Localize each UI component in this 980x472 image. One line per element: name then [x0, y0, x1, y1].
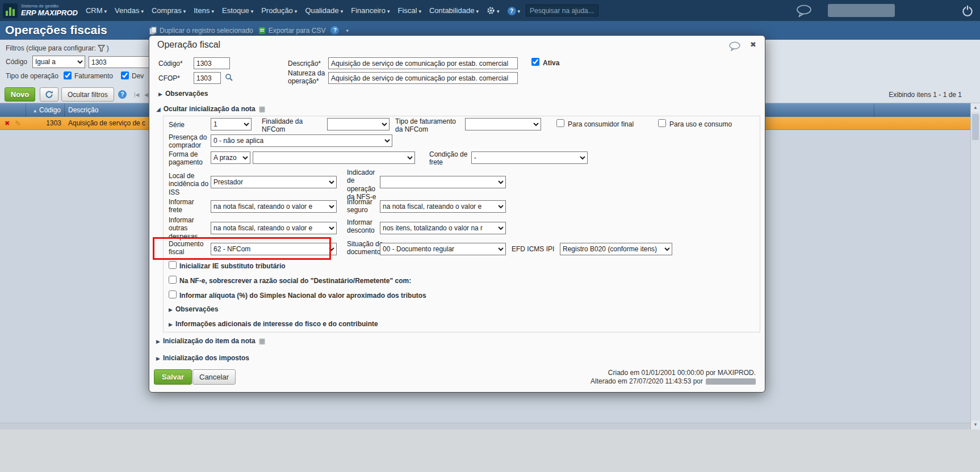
informar-outras-despesas-select[interactable]: na nota fiscal, rateando o valor e — [211, 222, 337, 234]
informar-seguro-select[interactable]: na nota fiscal, rateando o valor e — [380, 200, 506, 213]
sobrescrever-razao-checkbox[interactable] — [169, 276, 177, 284]
chevron-down-icon[interactable]: ▾ — [346, 28, 349, 33]
duplicate-record-button[interactable]: Duplicar o registro selecionado — [149, 27, 253, 35]
comment-icon[interactable] — [728, 41, 741, 53]
forma-pagamento-label: Forma de pagamento — [169, 150, 212, 167]
observacoes-toggle[interactable]: ▶Observações — [158, 90, 208, 98]
help-icon[interactable]: ? — [330, 26, 339, 35]
prev-page-button[interactable]: ◀ — [144, 92, 148, 98]
erp-logo-icon — [3, 3, 18, 18]
cfop-search-button[interactable] — [225, 73, 233, 83]
natureza-input[interactable] — [328, 72, 518, 84]
edit-row-icon[interactable]: ✎ — [15, 119, 21, 128]
refresh-button[interactable] — [40, 87, 58, 102]
chevron-down-icon: ▾ — [497, 9, 500, 14]
sort-asc-icon: ▲ — [33, 108, 37, 113]
local-iss-select[interactable]: Prestador — [211, 176, 337, 188]
filters-header[interactable]: Filtros (clique para configurar: ) — [6, 44, 109, 52]
scroll-up-icon[interactable]: ▲ — [971, 103, 980, 112]
documento-fiscal-select[interactable]: 62 - NFCom — [211, 243, 337, 255]
inicializar-ie-label: Inicializar IE substituto tributário — [179, 262, 286, 270]
situacao-documento-select[interactable]: 00 - Documento regular — [380, 243, 506, 255]
forma-pagamento-detail-select[interactable] — [253, 151, 415, 164]
erp-logo: Sistema de gestão ERP MAXIPROD — [3, 3, 78, 18]
horizontal-scroll-strip[interactable] — [0, 423, 970, 429]
filter-devolucao-label: Dev — [132, 72, 144, 80]
settings-menu[interactable]: ▾ — [487, 6, 500, 15]
codigo-label: Código* — [158, 60, 183, 68]
chevron-down-icon: ▾ — [183, 9, 186, 14]
cfop-label: CFOP* — [158, 74, 180, 82]
menu-vendas[interactable]: Vendas▾ — [115, 6, 144, 15]
inicializar-ie-checkbox[interactable] — [169, 261, 177, 269]
condicao-frete-select[interactable]: - — [471, 151, 588, 164]
vertical-scrollbar[interactable]: ▲ ▼ — [970, 103, 980, 429]
informar-outras-despesas-label: Informar outras despesas — [169, 216, 208, 241]
informar-desconto-select[interactable]: nos itens, totalizando o valor na r — [380, 222, 506, 234]
menu-estoque[interactable]: Estoque▾ — [222, 6, 253, 15]
scrollbar-thumb[interactable] — [972, 114, 979, 140]
inicializacao-item-toggle[interactable]: ▶Inicialização do item da nota▦ — [156, 337, 265, 345]
codigo-input[interactable] — [194, 57, 230, 69]
salvar-button[interactable]: Salvar — [154, 369, 192, 385]
menu-contabilidade[interactable]: Contabilidade▾ — [429, 6, 479, 15]
delete-row-icon[interactable]: ✖ — [5, 119, 10, 128]
info-adicionais-toggle[interactable]: ▶Informações adicionais de interesse do … — [169, 320, 378, 328]
row-codigo: 1303 — [26, 117, 65, 130]
chevron-down-icon: ▾ — [295, 9, 298, 14]
close-icon[interactable]: ✖ — [750, 40, 756, 49]
serie-select[interactable]: 1 — [211, 118, 252, 130]
user-info-redacted[interactable] — [828, 4, 895, 17]
tipo-faturamento-nfcom-select[interactable] — [465, 118, 541, 130]
grid-icon[interactable]: ▦ — [259, 105, 265, 113]
menu-crm[interactable]: CRM▾ — [86, 6, 107, 15]
chevron-down-icon: ▾ — [341, 9, 344, 14]
export-csv-button[interactable]: Exportar para CSV — [258, 27, 326, 35]
informar-aliquota-checkbox[interactable] — [169, 290, 177, 298]
presenca-comprador-select[interactable]: 0 - não se aplica — [211, 134, 392, 147]
paging-status: Exibindo itens 1 - 1 de 1 — [889, 91, 962, 99]
forma-pagamento-select[interactable]: A prazo — [211, 151, 250, 164]
cancelar-button[interactable]: Cancelar — [192, 369, 236, 385]
help-search-input[interactable] — [526, 5, 598, 16]
ocultar-filtros-button[interactable]: Ocultar filtros — [61, 87, 114, 102]
menu-itens[interactable]: Itens▾ — [194, 6, 214, 15]
novo-button[interactable]: Novo — [5, 87, 35, 102]
menu-compras[interactable]: Compras▾ — [152, 6, 186, 15]
first-page-button[interactable]: |◀ — [134, 92, 139, 98]
para-uso-consumo-checkbox[interactable] — [658, 119, 666, 127]
grid-header-spacer — [874, 103, 970, 117]
modified-info: Alterado em 27/07/2020 11:43:53 por — [590, 377, 756, 385]
filter-codigo-operator-select[interactable]: Igual a — [32, 56, 85, 68]
informar-frete-select[interactable]: na nota fiscal, rateando o valor e — [211, 200, 337, 213]
inicializacao-impostos-toggle[interactable]: ▶Inicialização dos impostos — [156, 354, 249, 362]
local-iss-label: Local de incidência do ISS — [169, 172, 213, 196]
filter-devolucao-checkbox[interactable] — [121, 71, 129, 79]
efd-icms-ipi-label: EFD ICMS IPI — [512, 245, 554, 253]
para-uso-consumo-label: Para uso e consumo — [669, 120, 732, 128]
para-consumidor-final-label: Para consumidor final — [568, 120, 634, 128]
para-consumidor-final-checkbox[interactable] — [556, 119, 564, 127]
inicializacao-nota-toggle[interactable]: ◢Ocultar inicialização da nota▦ — [156, 105, 265, 113]
finalidade-nfcom-select[interactable] — [327, 118, 390, 130]
grid-header-codigo[interactable]: ▲ Código — [26, 103, 65, 117]
logout-button[interactable] — [961, 0, 974, 21]
created-info: Criado em 01/01/2001 00:00:00 por MAXIPR… — [608, 369, 756, 377]
grid-icon[interactable]: ▦ — [259, 337, 265, 345]
cfop-input[interactable] — [194, 72, 221, 84]
page-title: Operações fiscais — [5, 23, 107, 37]
indicador-nfse-select[interactable] — [380, 176, 506, 188]
ativa-checkbox[interactable] — [531, 58, 539, 66]
menu-qualidade[interactable]: Qualidade▾ — [305, 6, 343, 15]
chat-button[interactable] — [795, 0, 813, 21]
scroll-down-icon[interactable]: ▼ — [971, 420, 980, 429]
menu-fiscal[interactable]: Fiscal▾ — [397, 6, 421, 15]
descricao-input[interactable] — [328, 57, 518, 69]
menu-financeiro[interactable]: Financeiro▾ — [351, 6, 390, 15]
help-menu[interactable]: ?▾ — [508, 6, 521, 15]
efd-icms-ipi-select[interactable]: Registro B020 (conforme itens) — [560, 243, 672, 255]
help-icon[interactable]: ? — [118, 90, 127, 99]
menu-producao[interactable]: Produção▾ — [261, 6, 297, 15]
filter-faturamento-checkbox[interactable] — [64, 71, 72, 79]
observacoes-section-toggle[interactable]: ▶Observações — [169, 305, 218, 313]
